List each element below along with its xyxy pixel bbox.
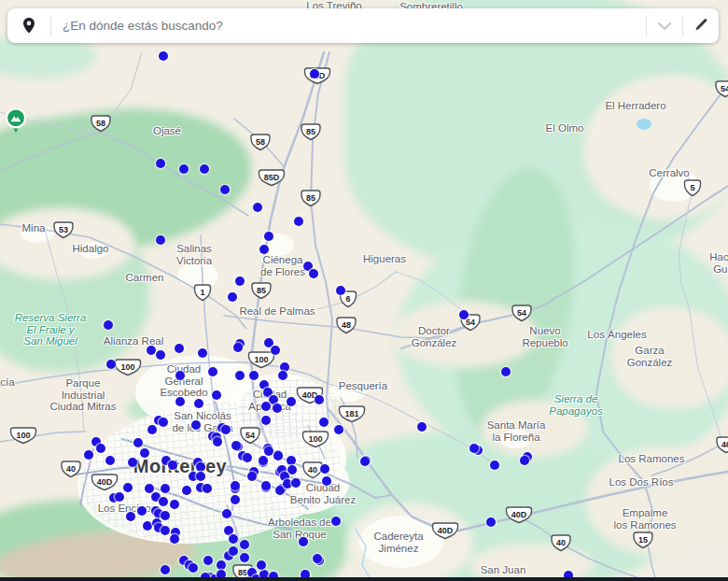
marker-dot[interactable] [486, 517, 496, 527]
marker-dot[interactable] [243, 453, 252, 462]
marker-dot[interactable] [156, 235, 165, 245]
marker-dot[interactable] [203, 556, 213, 565]
marker-dot[interactable] [221, 425, 231, 434]
marker-dot[interactable] [84, 450, 93, 460]
marker-dot[interactable] [161, 511, 170, 520]
marker-dot[interactable] [217, 560, 226, 570]
marker-dot[interactable] [96, 444, 105, 453]
marker-dot[interactable] [322, 476, 331, 486]
marker-dot[interactable] [259, 456, 268, 465]
marker-dot[interactable] [140, 448, 149, 458]
marker-dot[interactable] [133, 438, 143, 447]
marker-dot[interactable] [156, 159, 165, 168]
marker-dot[interactable] [123, 483, 133, 492]
marker-dot[interactable] [161, 526, 170, 535]
marker-dot[interactable] [247, 472, 257, 481]
marker-dot[interactable] [231, 481, 240, 490]
marker-dot[interactable] [264, 232, 273, 241]
marker-dot[interactable] [315, 395, 324, 404]
marker-dot[interactable] [261, 416, 271, 425]
marker-dot[interactable] [287, 397, 296, 406]
marker-dot[interactable] [196, 472, 205, 481]
marker-dot[interactable] [235, 276, 245, 286]
marker-dot[interactable] [417, 422, 427, 432]
marker-dot[interactable] [198, 348, 207, 358]
marker-dot[interactable] [240, 540, 249, 549]
edit-button[interactable] [683, 12, 719, 40]
marker-dot[interactable] [278, 371, 287, 380]
marker-dot[interactable] [189, 563, 198, 573]
marker-dot[interactable] [294, 217, 303, 226]
marker-dot[interactable] [291, 478, 301, 488]
marker-dot[interactable] [168, 461, 177, 470]
marker-dot[interactable] [145, 484, 154, 493]
marker-dot[interactable] [182, 486, 191, 495]
marker-dot[interactable] [159, 497, 168, 506]
marker-dot[interactable] [161, 565, 170, 574]
marker-dot[interactable] [203, 484, 212, 493]
marker-dot[interactable] [459, 310, 469, 319]
marker-dot[interactable] [143, 521, 152, 531]
marker-dot[interactable] [310, 69, 319, 78]
marker-dot[interactable] [257, 560, 266, 570]
marker-dot[interactable] [147, 425, 157, 434]
marker-dot[interactable] [137, 506, 147, 516]
marker-dot[interactable] [299, 537, 308, 546]
marker-dot[interactable] [231, 495, 240, 504]
marker-dot[interactable] [213, 437, 222, 446]
marker-dot[interactable] [253, 203, 262, 212]
marker-dot[interactable] [128, 458, 137, 467]
marker-dot[interactable] [200, 164, 209, 174]
marker-dot[interactable] [175, 397, 185, 406]
marker-dot[interactable] [273, 451, 283, 461]
marker-dot[interactable] [334, 425, 343, 434]
marker-dot[interactable] [161, 484, 170, 493]
marker-dot[interactable] [156, 350, 165, 360]
marker-dot[interactable] [261, 402, 271, 411]
marker-dot[interactable] [159, 51, 168, 61]
marker-dot[interactable] [147, 346, 156, 355]
marker-dot[interactable] [271, 346, 280, 355]
marker-dot[interactable] [212, 390, 221, 400]
marker-dot[interactable] [115, 492, 124, 502]
marker-dot[interactable] [194, 399, 203, 408]
marker-dot[interactable] [319, 418, 329, 427]
marker-dot[interactable] [170, 500, 179, 509]
marker-dot[interactable] [313, 554, 322, 563]
marker-dot[interactable] [229, 546, 238, 556]
marker-dot[interactable] [196, 462, 205, 472]
search-input[interactable] [51, 19, 646, 33]
marker-dot[interactable] [231, 441, 241, 450]
marker-dot[interactable] [175, 371, 185, 380]
marker-dot[interactable] [249, 371, 259, 380]
marker-dot[interactable] [105, 456, 115, 465]
marker-dot[interactable] [229, 534, 238, 544]
marker-dot[interactable] [159, 418, 168, 427]
marker-dot[interactable] [309, 269, 318, 278]
marker-dot[interactable] [320, 464, 329, 474]
marker-dot[interactable] [360, 457, 370, 466]
marker-dot[interactable] [175, 344, 184, 353]
marker-dot[interactable] [264, 446, 273, 456]
marker-dot[interactable] [191, 420, 201, 430]
marker-dot[interactable] [336, 286, 345, 295]
marker-dot[interactable] [287, 456, 296, 465]
marker-dot[interactable] [179, 164, 189, 174]
marker-dot[interactable] [261, 481, 271, 490]
marker-dot[interactable] [490, 461, 499, 470]
marker-dot[interactable] [287, 465, 297, 475]
marker-dot[interactable] [235, 371, 245, 380]
marker-dot[interactable] [520, 456, 529, 465]
marker-dot[interactable] [208, 367, 217, 376]
marker-dot[interactable] [259, 245, 269, 254]
marker-dot[interactable] [469, 444, 479, 453]
marker-dot[interactable] [233, 343, 243, 352]
expand-button[interactable] [647, 12, 682, 40]
marker-dot[interactable] [240, 553, 249, 562]
marker-dot[interactable] [104, 320, 113, 330]
marker-dot[interactable] [170, 534, 179, 544]
marker-dot[interactable] [106, 360, 116, 369]
marker-dot[interactable] [273, 404, 282, 413]
marker-dot[interactable] [222, 509, 231, 518]
park-poi-badge[interactable] [4, 106, 28, 138]
